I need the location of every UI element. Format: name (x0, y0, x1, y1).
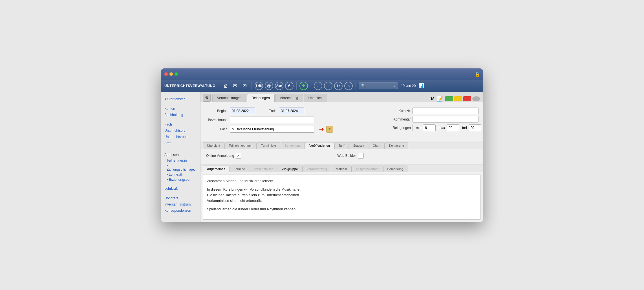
main-layout: < Startfenster Konten Buchhaltung Fach U… (161, 92, 483, 222)
kommentar-row: Kommentar (388, 116, 478, 123)
belegungen-row: Belegungen min max frei (388, 124, 478, 131)
app-button[interactable]: App (275, 82, 283, 90)
edit-icon: ✏ (328, 127, 331, 131)
frei-input[interactable] (469, 124, 481, 131)
sidebar-item-erziehungsber[interactable]: • Erziehungsber. (164, 178, 197, 182)
text-line2: In diesem Kurs bringen wir Vorschulkinde… (207, 188, 301, 191)
min-input[interactable] (423, 124, 436, 131)
print-icon[interactable]: 🖨 (222, 82, 230, 90)
min-label: min (416, 126, 421, 130)
search-box[interactable]: 🔍 ≡ (359, 82, 398, 89)
sub-tab-tarif[interactable]: Tarif (334, 142, 349, 149)
tab-belegungen[interactable]: Belegungen (247, 94, 275, 102)
add-button[interactable]: + (299, 82, 308, 90)
sidebar-item-inventar[interactable]: Inventar | Instrum. (164, 202, 197, 207)
fach-edit-button[interactable]: ✏ (326, 126, 333, 133)
nav-back-button[interactable]: ← (314, 82, 322, 90)
max-label: max (438, 126, 445, 130)
bars-icon: 📊 (418, 83, 424, 88)
bottom-tab-material[interactable]: Material (332, 166, 351, 172)
green-indicator (445, 96, 453, 101)
search-input[interactable] (367, 84, 392, 88)
traffic-lights (164, 72, 178, 76)
ende-input[interactable] (279, 108, 304, 114)
bottom-tab-allgemeines[interactable]: Allgemeines (203, 166, 230, 172)
mail1-icon[interactable]: ✉ (231, 82, 239, 90)
form-section: Beginn Ende Bezeichnung Fach (200, 102, 483, 141)
sidebar-item-honorare[interactable]: Honorare (164, 196, 197, 201)
sidebar-item-areal[interactable]: Areal (164, 140, 197, 146)
at-button[interactable]: @ (265, 82, 273, 90)
sidebar-back-link[interactable]: < Startfenster (164, 97, 197, 102)
maximize-button[interactable] (175, 72, 178, 76)
sidebar-item-lehrkraft[interactable]: Lehrkraft (164, 186, 197, 191)
sub-tab-statistik[interactable]: Statistik (349, 142, 368, 149)
text-line4: Vorkenntnisse sind nicht erforderlich. (207, 199, 264, 203)
red-indicator (463, 96, 471, 101)
nav-forward-button[interactable]: → (324, 82, 332, 90)
veroff-panel: Online-Anmeldung ✓ Web-Builder (200, 149, 483, 164)
sidebar-item-fach[interactable]: Fach (164, 122, 197, 127)
sidebar-item-unterrichtsraum[interactable]: Unterrichtsraum (164, 134, 197, 139)
sidebar-item-teilnehmer[interactable]: Teilnehmer:in (164, 159, 197, 162)
sidebar-item-unterrichtsort[interactable]: Unterrichtsort (164, 128, 197, 133)
sub-tab-teilnehmer[interactable]: Teilnehmer:innen (224, 142, 257, 149)
note-icon[interactable]: 📝 (437, 96, 443, 102)
bottom-tab-termine[interactable]: Termine (230, 166, 249, 172)
checkmark-icon: ✓ (237, 153, 240, 158)
kommentar-label: Kommentar (388, 117, 411, 121)
gear-icon: ⚙ (205, 95, 209, 100)
tab-veranstaltungen[interactable]: Veranstaltungen (212, 94, 246, 102)
online-anmeldung-checkbox[interactable]: ✓ (236, 153, 241, 159)
frei-label: frei (462, 126, 467, 130)
color-indicators (445, 96, 480, 101)
search-loop-button[interactable]: ⌕ (344, 82, 353, 90)
sidebar-section-adressen: Adressen (164, 153, 197, 157)
close-button[interactable] (164, 72, 168, 76)
bottom-tab-vorkenntnisse: Vorkenntnisse (250, 166, 277, 172)
bezeichnung-input[interactable] (230, 117, 314, 123)
online-anmeldung-label: Online-Anmeldung (206, 154, 234, 158)
euro-button[interactable]: € (285, 82, 294, 90)
max-input[interactable] (447, 124, 459, 131)
sep2 (296, 82, 297, 90)
belegungen-display (413, 124, 413, 131)
sidebar-item-konten[interactable]: Konten (164, 106, 197, 111)
web-builder-checkbox[interactable] (358, 153, 364, 159)
bottom-tab-bemerkung[interactable]: Bemerkung (383, 166, 407, 172)
fach-label: Fach (205, 127, 228, 131)
sms-button[interactable]: SMS (255, 82, 263, 90)
sep3 (311, 82, 311, 90)
text-line3: Die kleinen Talente dürfen allein zum Un… (207, 193, 300, 197)
sub-tab-kontierung[interactable]: Kontierung (385, 142, 408, 149)
search-icon: 🔍 (361, 84, 366, 88)
sidebar-item-zahlungspflichtige[interactable]: • Zahlungspflichtige:r (164, 164, 197, 171)
mail2-icon[interactable]: ✉ (241, 82, 249, 90)
eye-icon[interactable]: 👁 (429, 96, 435, 102)
bezeichnung-row: Bezeichnung (205, 117, 383, 123)
web-builder-label: Web-Builder (337, 154, 356, 158)
tab-ubersicht[interactable]: Übersicht (304, 94, 328, 102)
sub-tab-veroffentlichen[interactable]: Veröffentlichen (305, 142, 334, 149)
refresh-button[interactable]: ↻ (334, 82, 343, 90)
bottom-tab-zielgruppe[interactable]: Zielgruppe (278, 166, 302, 172)
minimize-button[interactable] (169, 72, 173, 76)
arrow-right-icon: ➜ (319, 126, 324, 133)
kursnr-input[interactable] (413, 108, 478, 114)
ende-label: Ende (269, 109, 277, 113)
beginn-input[interactable] (230, 108, 255, 114)
sidebar-item-lehrkraft-addr[interactable]: • Lehrkraft (164, 173, 197, 177)
fach-input[interactable] (230, 126, 314, 133)
toolbar: UNTERRICHTSVERWALTUNG 🖨 ✉ ✉ SMS @ App € … (161, 80, 483, 92)
text-content-area[interactable]: Zusammen Singen und Musizieren lernen! I… (203, 175, 481, 220)
sub-tab-ubersicht[interactable]: Übersicht (203, 142, 224, 149)
kommentar-input[interactable] (413, 116, 478, 123)
text-line2-4: In diesem Kurs bringen wir Vorschulkinde… (207, 187, 477, 204)
tab-abrechnung[interactable]: Abrechnung (275, 94, 303, 102)
sub-tab-terminliste[interactable]: Terminliste (257, 142, 280, 149)
sub-tab-chart[interactable]: Chart (369, 142, 385, 149)
sidebar-item-buchhaltung[interactable]: Buchhaltung (164, 112, 197, 117)
bottom-tabs: Allgemeines Termine Vorkenntnisse Zielgr… (200, 164, 483, 172)
sidebar-item-korrespondenzen[interactable]: Korrespondenzen (164, 208, 197, 213)
gear-button[interactable]: ⚙ (203, 94, 211, 102)
